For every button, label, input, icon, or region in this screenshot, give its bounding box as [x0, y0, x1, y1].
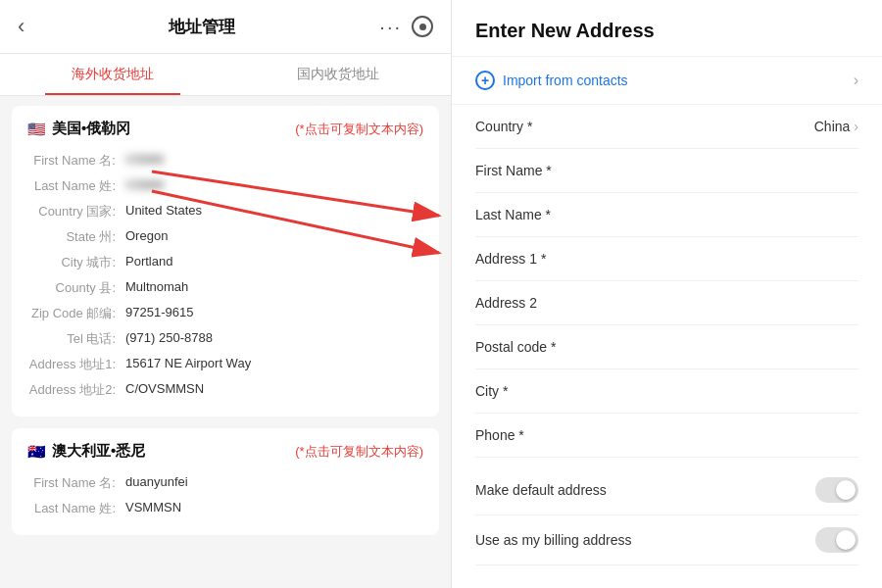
tab-bar: 海外收货地址 国内收货地址 [0, 54, 451, 96]
camera-icon[interactable] [412, 16, 433, 37]
value-state: Oregon [125, 228, 423, 243]
address-form: Country * China › First Name * Last Name… [452, 105, 882, 458]
value-country: United States [125, 203, 423, 218]
toggle-billing-label: Use as my billing address [475, 532, 632, 548]
value-addr2: C/OVSMMSN [125, 381, 423, 396]
field-address2[interactable]: Address 2 [475, 281, 858, 325]
flag-au: 🇦🇺 [27, 443, 46, 461]
input-city[interactable] [711, 383, 858, 399]
back-button[interactable]: ‹ [18, 14, 24, 39]
country-chevron-icon: › [854, 119, 858, 134]
row-firstname: First Name 名: VSMM [27, 148, 423, 173]
field-lastname[interactable]: Last Name * [475, 193, 858, 237]
label-firstname-field: First Name * [475, 163, 552, 178]
row-county: County 县: Multnomah [27, 275, 423, 301]
flag-usa: 🇺🇸 [27, 121, 46, 138]
input-lastname[interactable] [711, 207, 858, 222]
row-city: City 城市: Portland [27, 250, 423, 275]
row-state: State 州: Oregon [27, 224, 423, 250]
label-country-field: Country * [475, 119, 532, 134]
label-city: City 城市: [27, 254, 125, 271]
label-country: Country 国家: [27, 203, 125, 220]
input-phone[interactable] [711, 427, 858, 443]
card-title-au: 🇦🇺 澳大利亚•悉尼 [27, 442, 145, 461]
label-addr1: Address 地址1: [27, 356, 125, 373]
page-title: 地址管理 [169, 16, 235, 38]
header: ‹ 地址管理 ··· [0, 0, 451, 54]
right-panel: Enter New Address + Import from contacts… [451, 0, 882, 588]
field-country[interactable]: Country * China › [475, 105, 858, 149]
label-addr2: Address 地址2: [27, 381, 125, 399]
label-city-field: City * [475, 383, 508, 399]
label-lastname-field: Last Name * [475, 207, 551, 222]
import-chevron-icon: › [854, 72, 858, 89]
address-list: 🇺🇸 美国•俄勒冈 (*点击可复制文本内容) First Name 名: VSM… [0, 96, 451, 588]
input-address2[interactable] [711, 295, 858, 311]
field-firstname[interactable]: First Name * [475, 149, 858, 193]
tab-overseas[interactable]: 海外收货地址 [0, 54, 225, 95]
toggle-default-address[interactable]: Make default address [475, 466, 858, 515]
row-tel: Tel 电话: (971) 250-8788 [27, 326, 423, 352]
address-card-au[interactable]: 🇦🇺 澳大利亚•悉尼 (*点击可复制文本内容) First Name 名: du… [12, 428, 439, 535]
import-contacts-icon: + [475, 71, 495, 90]
value-tel: (971) 250-8788 [125, 330, 423, 345]
label-postal-field: Postal code * [475, 339, 557, 355]
label-address2-field: Address 2 [475, 295, 537, 311]
field-phone[interactable]: Phone * [475, 414, 858, 458]
input-firstname[interactable] [711, 163, 858, 178]
label-state: State 州: [27, 228, 125, 246]
row-country: Country 国家: United States [27, 199, 423, 224]
value-firstname: VSMM [125, 152, 423, 167]
value-au-firstname: duanyunfei [125, 474, 423, 489]
toggle-billing-switch[interactable] [815, 527, 858, 553]
card-header-usa: 🇺🇸 美国•俄勒冈 (*点击可复制文本内容) [27, 120, 423, 138]
label-address1-field: Address 1 * [475, 251, 546, 267]
input-postal[interactable] [711, 339, 858, 355]
card-header-au: 🇦🇺 澳大利亚•悉尼 (*点击可复制文本内容) [27, 442, 423, 461]
toggle-default-switch[interactable] [815, 477, 858, 503]
value-city: Portland [125, 254, 423, 269]
value-addr1: 15617 NE Airport Way [125, 356, 423, 370]
label-phone-field: Phone * [475, 427, 524, 443]
country-value: China [814, 119, 851, 134]
row-au-lastname: Last Name 姓: VSMMSN [27, 496, 423, 521]
form-title: Enter New Address [452, 0, 882, 57]
value-county: Multnomah [125, 279, 423, 294]
label-au-lastname: Last Name 姓: [27, 500, 125, 517]
row-addr2: Address 地址2: C/OVSMMSN [27, 377, 423, 403]
label-au-firstname: First Name 名: [27, 474, 125, 492]
field-address1[interactable]: Address 1 * [475, 237, 858, 281]
import-contacts-button[interactable]: + Import from contacts › [452, 57, 882, 105]
copy-hint-au: (*点击可复制文本内容) [295, 443, 423, 461]
copy-hint-usa: (*点击可复制文本内容) [295, 121, 423, 138]
label-zip: Zip Code 邮编: [27, 305, 125, 322]
tab-domestic[interactable]: 国内收货地址 [225, 54, 451, 95]
value-au-lastname: VSMMSN [125, 500, 423, 514]
value-lastname: VSMM [125, 177, 423, 192]
address-card-usa[interactable]: 🇺🇸 美国•俄勒冈 (*点击可复制文本内容) First Name 名: VSM… [12, 106, 439, 416]
label-tel: Tel 电话: [27, 330, 125, 348]
card-title-usa: 🇺🇸 美国•俄勒冈 [27, 120, 130, 138]
field-postal[interactable]: Postal code * [475, 325, 858, 369]
value-zip: 97251-9615 [125, 305, 423, 319]
toggle-billing-address[interactable]: Use as my billing address [475, 515, 858, 565]
row-au-firstname: First Name 名: duanyunfei [27, 470, 423, 496]
row-addr1: Address 地址1: 15617 NE Airport Way [27, 352, 423, 377]
label-lastname: Last Name 姓: [27, 177, 125, 195]
row-zip: Zip Code 邮编: 97251-9615 [27, 301, 423, 326]
field-city[interactable]: City * [475, 369, 858, 414]
left-panel: ‹ 地址管理 ··· 海外收货地址 国内收货地址 🇺🇸 美国•俄勒冈 (*点击可… [0, 0, 451, 588]
import-contacts-label: Import from contacts [503, 73, 628, 88]
label-county: County 县: [27, 279, 125, 297]
toggle-default-label: Make default address [475, 482, 607, 498]
more-options-button[interactable]: ··· [379, 16, 402, 38]
input-address1[interactable] [711, 251, 858, 267]
label-firstname: First Name 名: [27, 152, 125, 170]
row-lastname: Last Name 姓: VSMM [27, 173, 423, 199]
toggle-section: Make default address Use as my billing a… [452, 458, 882, 573]
